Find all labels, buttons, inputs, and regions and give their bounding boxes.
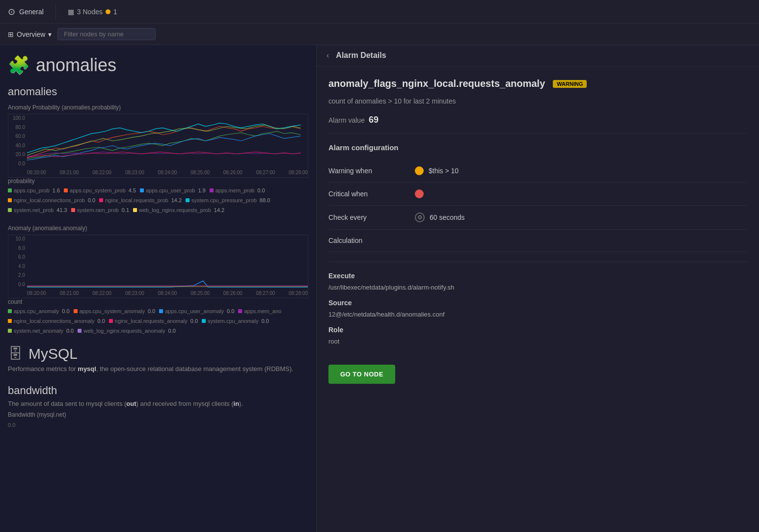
legend-color-system-ram-prob	[71, 208, 75, 212]
legend-apps-mem-prob: apps.mem_prob 0.0	[210, 187, 265, 193]
overview-button[interactable]: ⊞ Overview ▾	[8, 30, 52, 38]
nodes-count: 1	[113, 8, 117, 16]
legend-nginx-connections-prob: nginx_local.connections_prob 0.0	[8, 197, 95, 203]
nodes-label: 3 Nodes	[77, 8, 103, 16]
legend-nginx-requests-anomaly: nginx_local.requests_anomaly 0.0	[109, 318, 198, 324]
chart1-plot	[27, 114, 308, 167]
check-every-row: Check every ⚙ 60 seconds	[328, 206, 747, 230]
general-icon: ⊙	[8, 6, 15, 17]
overview-label: Overview	[17, 30, 45, 38]
alarm-name: anomaly_flags_nginx_local.requests_anoma…	[328, 78, 545, 89]
critical-circle-icon	[415, 189, 424, 198]
alarm-value-number: 69	[369, 115, 379, 125]
warning-when-row: Warning when $this > 10	[328, 160, 747, 183]
legend-color-nginx-requests-prob	[99, 198, 103, 202]
check-every-content: ⚙ 60 seconds	[415, 213, 465, 222]
y-label-60: 60.0	[8, 133, 27, 139]
alarm-value-row: Alarm value 69	[328, 115, 747, 133]
overview-icon: ⊞	[8, 30, 14, 38]
alarm-body: anomaly_flags_nginx_local.requests_anoma…	[317, 66, 759, 396]
source-title: Source	[328, 299, 747, 307]
general-label: General	[19, 8, 44, 16]
legend-system-net-anomaly: system.net_anomaly 0.0	[8, 328, 74, 334]
y-label-40: 40.0	[8, 143, 27, 148]
chart2-x-labels: 08:20:00 08:21:00 08:22:00 08:23:00 08:2…	[27, 288, 308, 298]
y2-label-10: 10.0	[8, 236, 27, 241]
left-panel: 🧩 anomalies anomalies Anomaly Probabilit…	[0, 45, 317, 532]
top-nav: ⊙ General ▦ 3 Nodes 1	[0, 0, 759, 24]
legend-apps-cpu-anomaly: apps.cpu_anomaly 0.0	[8, 308, 70, 314]
bandwidth-out: out	[126, 400, 136, 407]
legend-color-web-log-requests-anomaly	[78, 329, 81, 333]
section-divider	[328, 262, 747, 262]
calculation-row: Calculation	[328, 230, 747, 252]
legend-color-nginx-requests-anomaly	[109, 319, 113, 323]
chart1-container[interactable]: 100.0 80.0 60.0 40.0 20.0 0.0	[8, 114, 308, 178]
chart2-legend: apps.cpu_anomaly 0.0 apps.cpu_system_ano…	[8, 308, 308, 334]
legend-color-system-net-prob	[8, 208, 12, 212]
calculation-label: Calculation	[328, 237, 407, 244]
alarm-name-row: anomaly_flags_nginx_local.requests_anoma…	[328, 78, 747, 89]
critical-when-row: Critical when	[328, 183, 747, 206]
filter-nodes-input[interactable]	[57, 28, 156, 40]
y2-label-6: 6.0	[8, 254, 27, 260]
general-nav-item[interactable]: ⊙ General	[8, 6, 44, 17]
y-label-0: 0.0	[8, 161, 27, 166]
warning-when-content: $this > 10	[415, 166, 459, 175]
warning-when-condition: $this > 10	[429, 167, 459, 175]
y-label-100: 100.0	[8, 115, 27, 121]
legend-nginx-connections-anomaly: nginx_local.connections_anomaly 0.0	[8, 318, 105, 324]
legend-color-system-cpu-anomaly	[202, 319, 206, 323]
bandwidth-chart-label: Bandwidth (mysql.net)	[8, 411, 308, 418]
role-section: Role root	[328, 326, 747, 345]
alarm-header-bar: ‹ Alarm Details	[317, 45, 759, 66]
alarm-condition: count of anomalies > 10 for last 2 minut…	[328, 97, 747, 105]
legend-web-log-requests-prob: web_log_nginx.requests_prob 14.2	[133, 207, 224, 213]
anomalies-section-title: anomalies	[8, 85, 308, 98]
bandwidth-in: in	[234, 400, 240, 407]
warning-badge: WARNING	[553, 80, 587, 88]
mysql-title: MySQL	[28, 346, 78, 362]
legend-color-apps-cpu-user-anomaly	[159, 309, 163, 313]
critical-when-content	[415, 189, 424, 198]
chart2-label: Anomaly (anomalies.anomaly)	[8, 225, 308, 232]
go-to-node-button[interactable]: GO TO NODE	[328, 365, 395, 384]
anomaly-section: Anomaly (anomalies.anomaly) 10.0 8.0 6.0…	[8, 225, 308, 334]
warning-dot	[106, 9, 110, 14]
y2-label-8: 8.0	[8, 245, 27, 251]
right-panel: ‹ Alarm Details anomaly_flags_nginx_loca…	[317, 45, 759, 532]
legend-apps-cpu-prob: apps.cpu_prob 1.6	[8, 187, 60, 193]
mysql-section: 🗄 MySQL Performance metrics for mysql, t…	[8, 346, 308, 372]
role-title: Role	[328, 326, 747, 334]
legend-apps-cpu-user-anomaly: apps.cpu_user_anomaly 0.0	[159, 308, 234, 314]
nav-divider	[55, 4, 56, 19]
legend-color-apps-mem-anomaly	[238, 309, 242, 313]
legend-color-cpu-pressure-prob	[186, 198, 190, 202]
chart1-label: Anomaly Probability (anomalies.probabili…	[8, 104, 308, 111]
y2-label-2: 2.0	[8, 272, 27, 278]
chart1-x-labels: 08:20:00 08:21:00 08:22:00 08:23:00 08:2…	[27, 167, 308, 177]
chart2-y-labels: 10.0 8.0 6.0 4.0 2.0 0.0	[8, 235, 27, 288]
chart1-y-labels: 100.0 80.0 60.0 40.0 20.0 0.0	[8, 114, 27, 167]
legend-system-cpu-anomaly: system.cpu_anomaly 0.0	[202, 318, 269, 324]
puzzle-icon: 🧩	[8, 55, 30, 76]
back-arrow-icon[interactable]: ‹	[326, 51, 329, 60]
nodes-badge[interactable]: ▦ 3 Nodes 1	[68, 8, 117, 16]
chart2-legend-label: count	[8, 298, 308, 305]
legend-color-apps-cpu-prob	[8, 188, 12, 192]
bandwidth-chart-y: 0.0	[8, 420, 308, 429]
legend-web-log-requests-anomaly: web_log_nginx.requests_anomaly 0.0	[78, 328, 176, 334]
y-label-80: 80.0	[8, 125, 27, 130]
alarm-value-label: Alarm value	[328, 116, 365, 124]
legend-apps-cpu-system-prob: apps.cpu_system_prob 4.5	[64, 187, 136, 193]
anomaly-probability-section: Anomaly Probability (anomalies.probabili…	[8, 104, 308, 213]
chart2-container[interactable]: 10.0 8.0 6.0 4.0 2.0 0.0	[8, 235, 308, 298]
execute-section: Execute /usr/libexec/netdata/plugins.d/a…	[328, 272, 747, 291]
legend-apps-cpu-user-prob: apps.cpu_user_prob 1.9	[140, 187, 206, 193]
legend-color-nginx-connections-prob	[8, 198, 12, 202]
y-label-20: 20.0	[8, 152, 27, 157]
legend-cpu-pressure-prob: system.cpu_pressure_prob 88.0	[186, 197, 270, 203]
alarm-details-title: Alarm Details	[336, 51, 386, 60]
second-nav: ⊞ Overview ▾	[0, 24, 759, 45]
legend-color-apps-cpu-system-prob	[64, 188, 68, 192]
